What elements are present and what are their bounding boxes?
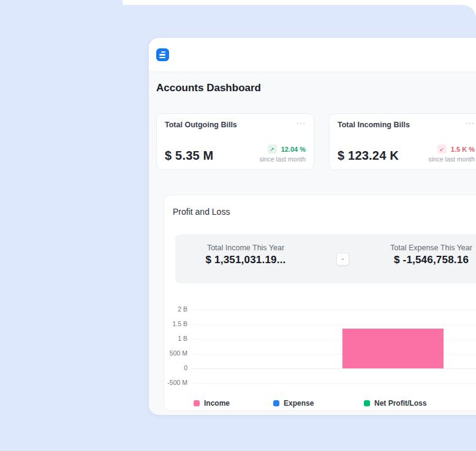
income-swatch-icon xyxy=(194,400,200,406)
trend-caption: since last month xyxy=(259,155,306,163)
stat-card-outgoing-bills: Total Outgoing Bills ··· $ 5.35 M ↗ 12.0… xyxy=(156,113,314,170)
legend-item-expense[interactable]: Expense xyxy=(273,399,314,408)
legend-label: Expense xyxy=(284,399,314,408)
legend-label: Net Profit/Loss xyxy=(374,399,426,408)
net-profit-swatch-icon xyxy=(364,400,370,406)
gridline xyxy=(192,383,476,384)
profit-loss-card: Profit and Loss Total Income This Year $… xyxy=(164,195,476,411)
total-income-label: Total Income This Year xyxy=(175,244,316,252)
totals-strip: Total Income This Year $ 1,351,031.19...… xyxy=(175,234,476,283)
y-axis-tick: 1 B xyxy=(164,335,187,342)
profit-loss-chart: 2 B 1.5 B 1 B 500 M 0 -500 M xyxy=(164,299,476,397)
total-expense-block: Total Expense This Year $ -1,546,758.16 xyxy=(361,234,476,283)
page: Accounts Dashboard Total Outgoing Bills … xyxy=(0,0,476,451)
card-value: $ 5.35 M xyxy=(165,149,213,163)
trend-percent: 12.04 % xyxy=(281,146,306,153)
legend-item-income[interactable]: Income xyxy=(194,399,230,408)
stat-card-incoming-bills: Total Incoming Bills ··· $ 123.24 K ↙ 1.… xyxy=(329,113,476,170)
total-expense-label: Total Expense This Year xyxy=(361,244,476,252)
y-axis-tick: 2 B xyxy=(164,305,187,313)
gridline xyxy=(192,324,476,325)
y-axis-tick: 500 M xyxy=(164,349,187,357)
card-title: Total Incoming Bills xyxy=(338,121,410,129)
legend-item-net-profit-loss[interactable]: Net Profit/Loss xyxy=(364,399,426,408)
trend-up-arrow-icon: ↗ xyxy=(268,144,277,154)
app-logo-icon[interactable] xyxy=(156,48,169,61)
gridline xyxy=(192,310,476,310)
trend-caption: since last month xyxy=(428,155,475,163)
legend-label: Income xyxy=(204,399,230,408)
ellipsis-menu-icon[interactable]: ··· xyxy=(466,121,475,125)
trend-down-arrow-icon: ↙ xyxy=(437,144,447,154)
total-income-value: $ 1,351,031.19... xyxy=(175,254,316,266)
chart-legend: Income Expense Net Profit/Loss xyxy=(164,399,476,409)
income-bar xyxy=(342,329,444,368)
total-expense-value: $ -1,546,758.16 xyxy=(361,254,476,266)
expense-swatch-icon xyxy=(273,400,279,406)
y-axis-tick: 1.5 B xyxy=(164,320,187,327)
y-axis-tick: -500 M xyxy=(164,379,187,386)
total-income-block: Total Income This Year $ 1,351,031.19... xyxy=(175,234,316,283)
y-axis-tick: 0 xyxy=(164,364,187,371)
card-value: $ 123.24 K xyxy=(338,149,399,163)
section-title: Profit and Loss xyxy=(173,207,230,217)
trend-percent: 1.5 K % xyxy=(451,146,475,153)
app-topbar xyxy=(149,38,476,72)
page-title: Accounts Dashboard xyxy=(156,82,261,94)
card-title: Total Outgoing Bills xyxy=(165,121,237,129)
dashboard-panel: Accounts Dashboard Total Outgoing Bills … xyxy=(149,38,476,415)
ellipsis-menu-icon[interactable]: ··· xyxy=(297,121,306,125)
collapse-button[interactable]: - xyxy=(336,253,349,266)
gridline-zero xyxy=(192,368,476,369)
